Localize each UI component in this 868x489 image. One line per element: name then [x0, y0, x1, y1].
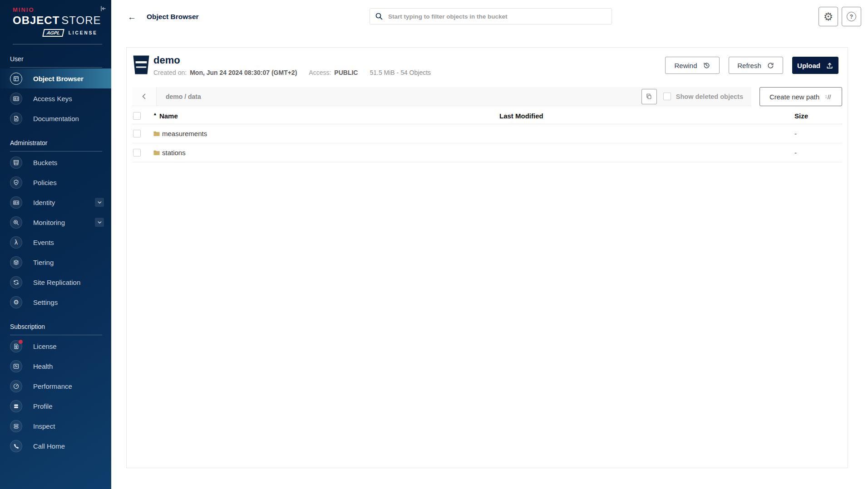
sort-ascending-icon[interactable]: ▲ [153, 112, 157, 116]
column-header-size[interactable]: Size [794, 112, 842, 120]
sidebar-item-label: Performance [33, 382, 72, 390]
sidebar-item-documentation[interactable]: Documentation [0, 108, 111, 128]
sidebar-item-settings[interactable]: ⚙ Settings [0, 292, 111, 312]
copy-path-button[interactable] [641, 89, 657, 104]
performance-icon [10, 380, 22, 392]
object-size: - [794, 130, 842, 137]
sidebar-item-tiering[interactable]: Tiering [0, 252, 111, 272]
bucket-icon [132, 54, 150, 75]
minio-brand-text: MINIO [13, 6, 98, 13]
search-box [370, 8, 612, 24]
path-back-button[interactable] [132, 87, 157, 106]
main-area: ← Object Browser ⚙ ? [111, 0, 868, 489]
sidebar-item-label: Inspect [33, 422, 55, 430]
sidebar-section-subscription: Subscription License Health Perfo [0, 323, 111, 456]
sidebar-collapse-icon[interactable] [98, 4, 108, 14]
create-new-path-button[interactable]: Create new path [760, 87, 842, 106]
tiering-icon [10, 256, 22, 269]
breadcrumb[interactable]: demo / data [166, 93, 641, 100]
minio-logo: MINIO OBJECTSTORE AGPL LICENSE [0, 0, 111, 37]
column-header-name[interactable]: ▲ Name [153, 112, 499, 120]
sidebar-item-label: Site Replication [33, 279, 80, 286]
sidebar-item-site-replication[interactable]: Site Replication [0, 272, 111, 292]
license-label: LICENSE [69, 30, 98, 35]
back-arrow-icon[interactable]: ← [128, 13, 136, 21]
upload-label: Upload [797, 62, 820, 69]
app-root: MINIO OBJECTSTORE AGPL LICENSE User Obje… [0, 0, 868, 489]
documentation-icon [10, 112, 22, 125]
refresh-button[interactable]: Refresh [729, 57, 783, 74]
sidebar-item-label: Monitoring [33, 219, 65, 226]
gear-glyph: ⚙ [13, 299, 19, 305]
sidebar-item-label: Object Browser [33, 75, 84, 83]
sidebar-item-buckets[interactable]: Buckets [0, 152, 111, 172]
sidebar-item-identity[interactable]: Identity [0, 192, 111, 212]
sidebar-item-license[interactable]: License [0, 336, 111, 356]
show-deleted-toggle[interactable]: Show deleted objects [663, 93, 743, 100]
row-checkbox[interactable] [133, 149, 141, 156]
object-name[interactable]: stations [162, 149, 186, 156]
object-filter-input[interactable] [370, 8, 612, 24]
table-row[interactable]: stations - [132, 143, 842, 162]
table-row[interactable]: measurements - [132, 124, 842, 143]
section-label: User [0, 55, 111, 63]
sidebar-item-call-home[interactable]: Call Home [0, 436, 111, 456]
page-title: Object Browser [147, 13, 199, 21]
settings-button[interactable]: ⚙ [819, 7, 838, 26]
sidebar-item-label: Documentation [33, 115, 79, 122]
rewind-button[interactable]: Rewind [665, 57, 720, 74]
refresh-icon [767, 62, 774, 69]
show-deleted-checkbox[interactable] [663, 93, 671, 100]
bucket-info: demo Created on: Mon, Jun 24 2024 08:30:… [153, 54, 431, 76]
create-path-icon [824, 93, 832, 101]
sidebar-item-label: License [33, 342, 57, 350]
sidebar-item-profile[interactable]: Profile [0, 396, 111, 416]
row-checkbox[interactable] [133, 130, 141, 137]
chevron-down-icon[interactable] [95, 198, 104, 207]
select-all-checkbox[interactable] [133, 112, 141, 120]
buckets-icon [10, 156, 22, 169]
sidebar-item-events[interactable]: λ Events [0, 232, 111, 252]
rewind-label: Rewind [674, 62, 697, 69]
object-name[interactable]: measurements [162, 130, 207, 137]
sidebar-item-object-browser[interactable]: Object Browser [0, 68, 111, 88]
section-divider [10, 67, 102, 68]
upload-button[interactable]: Upload [792, 57, 838, 74]
call-home-phone-icon [10, 440, 22, 452]
sidebar-item-label: Health [33, 362, 53, 370]
sidebar-item-monitoring[interactable]: Monitoring [0, 212, 111, 232]
settings-gear-icon: ⚙ [10, 296, 22, 308]
license-row: AGPL LICENSE [13, 29, 98, 37]
access-value[interactable]: PUBLIC [334, 69, 358, 76]
site-replication-icon [10, 276, 22, 289]
chevron-down-icon[interactable] [95, 218, 104, 227]
sidebar-item-label: Settings [33, 298, 58, 306]
sidebar-item-label: Events [33, 239, 54, 246]
column-header-last-modified[interactable]: Last Modified [499, 112, 794, 120]
help-button[interactable]: ? [842, 7, 861, 26]
sidebar-item-health[interactable]: Health [0, 356, 111, 376]
profile-icon [10, 400, 22, 412]
sidebar-item-policies[interactable]: Policies [0, 172, 111, 192]
inspect-icon [10, 420, 22, 432]
create-new-path-label: Create new path [769, 93, 819, 101]
bucket-header: demo Created on: Mon, Jun 24 2024 08:30:… [127, 48, 848, 81]
sidebar-item-label: Buckets [33, 159, 57, 166]
bucket-meta: Created on: Mon, Jun 24 2024 08:30:07 (G… [153, 69, 431, 76]
object-browser-icon [10, 73, 22, 85]
license-icon [10, 340, 22, 352]
objects-table: ▲ Name Last Modified Size measurements - [132, 108, 842, 162]
license-alert-badge [19, 340, 23, 344]
sidebar-item-performance[interactable]: Performance [0, 376, 111, 396]
product-name: OBJECTSTORE [13, 14, 98, 27]
show-deleted-label: Show deleted objects [676, 93, 743, 100]
sidebar-item-inspect[interactable]: Inspect [0, 416, 111, 436]
section-label: Administrator [0, 139, 111, 147]
path-toolbar: demo / data Show deleted objects Create … [132, 87, 842, 106]
sidebar-item-access-keys[interactable]: Access Keys [0, 88, 111, 108]
chevron-left-icon [140, 93, 148, 100]
sidebar-section-user: User Object Browser Access Keys Document… [0, 55, 111, 128]
lambda-glyph: λ [15, 239, 18, 245]
help-icon: ? [847, 12, 856, 21]
rewind-history-icon [703, 62, 710, 69]
